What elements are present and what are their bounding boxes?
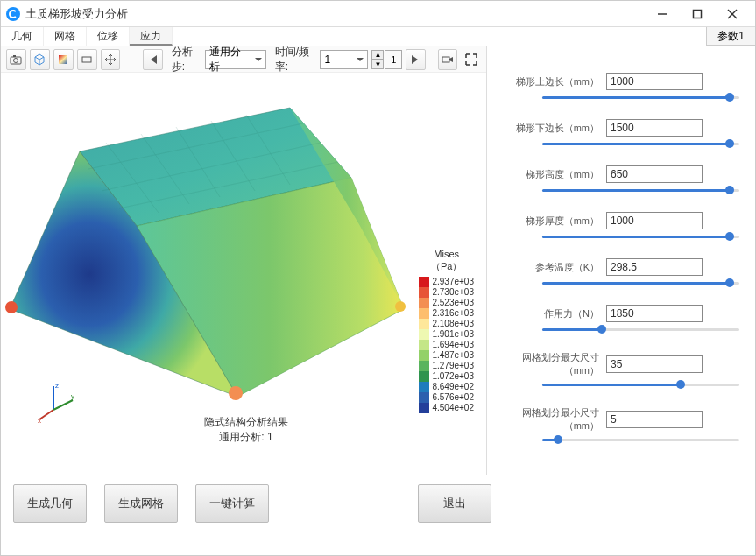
param-input[interactable] — [606, 73, 703, 90]
param-input[interactable] — [606, 411, 703, 428]
time-freq-combo[interactable]: 1 — [320, 50, 368, 69]
compute-button[interactable]: 一键计算 — [195, 484, 269, 523]
param-label: 梯形上边长（mm） — [503, 75, 599, 88]
rectangle-icon[interactable] — [77, 49, 97, 70]
param-input[interactable] — [606, 165, 703, 183]
record-icon[interactable] — [438, 49, 458, 70]
param-label: 作用力（N） — [503, 307, 599, 320]
param-input[interactable] — [606, 305, 703, 322]
param-slider[interactable] — [542, 278, 739, 287]
analysis-step-label: 分析步: — [172, 45, 201, 74]
tab-应力[interactable]: 应力 — [130, 27, 173, 46]
param-slider[interactable] — [542, 435, 739, 444]
param-0: 梯形上边长（mm） — [503, 73, 739, 102]
param-input[interactable] — [606, 212, 703, 229]
param-label: 梯形厚度（mm） — [503, 215, 599, 228]
param-input[interactable] — [606, 119, 703, 137]
title-bar: 土质梯形坡受力分析 — [1, 1, 755, 27]
minimize-button[interactable] — [645, 2, 680, 26]
legend-value: 8.649e+02 — [432, 382, 474, 392]
param-input[interactable] — [606, 355, 703, 373]
tab-bar: 几何网格位移应力 参数1 — [1, 27, 755, 46]
param-slider[interactable] — [542, 325, 739, 334]
stepper-value: 1 — [385, 50, 402, 69]
cube-view-icon[interactable] — [30, 49, 50, 70]
param-input[interactable] — [606, 258, 703, 276]
svg-rect-6 — [13, 55, 16, 57]
frame-stepper[interactable]: ▲ ▼ 1 — [371, 50, 402, 69]
svg-line-29 — [39, 410, 53, 419]
param-7: 网格划分最小尺寸（mm） — [503, 406, 739, 444]
param-slider[interactable] — [542, 380, 739, 389]
svg-line-27 — [53, 400, 73, 410]
legend-value: 2.523e+03 — [432, 298, 474, 308]
param-6: 网格划分最大尺寸（mm） — [503, 351, 739, 389]
time-freq-label: 时间/频率: — [275, 45, 317, 74]
legend-value: 1.901e+03 — [432, 329, 474, 340]
param-label: 参考温度（K） — [503, 261, 599, 274]
param-label: 网格划分最小尺寸（mm） — [503, 406, 599, 433]
svg-rect-7 — [59, 55, 67, 64]
param-5: 作用力（N） — [503, 305, 739, 334]
app-icon — [6, 7, 20, 21]
param-label: 梯形高度（mm） — [503, 168, 599, 181]
play-last-icon[interactable] — [406, 49, 426, 70]
tab-位移[interactable]: 位移 — [87, 27, 130, 46]
svg-point-14 — [5, 301, 18, 313]
exit-button[interactable]: 退出 — [418, 484, 491, 523]
svg-point-5 — [14, 58, 18, 62]
svg-point-15 — [229, 386, 243, 400]
param-3: 梯形厚度（mm） — [503, 212, 739, 241]
close-button[interactable] — [715, 2, 750, 26]
legend-value: 1.279e+03 — [432, 361, 474, 371]
generate-mesh-button[interactable]: 生成网格 — [104, 484, 178, 523]
svg-rect-9 — [442, 57, 449, 62]
colormap-icon[interactable] — [53, 49, 74, 70]
svg-text:z: z — [55, 382, 59, 390]
axes-gizmo: z y x — [36, 379, 80, 423]
3d-viewport[interactable]: z y x Mises （Pa） 2.937e+032.730e+032.523… — [1, 73, 486, 475]
svg-text:x: x — [38, 417, 41, 423]
svg-rect-1 — [694, 10, 702, 18]
stepper-down[interactable]: ▼ — [371, 60, 384, 69]
param-slider[interactable] — [542, 93, 739, 102]
legend-value: 1.072e+03 — [432, 371, 474, 382]
tab-网格[interactable]: 网格 — [44, 27, 87, 46]
expand-icon[interactable] — [461, 49, 481, 70]
param-slider[interactable] — [542, 139, 739, 148]
svg-text:y: y — [71, 392, 74, 400]
action-bar: 生成几何 生成网格 一键计算 退出 — [1, 475, 755, 531]
stepper-up[interactable]: ▲ — [371, 50, 384, 60]
legend-value: 1.694e+03 — [432, 340, 474, 350]
legend-value: 2.730e+03 — [432, 287, 474, 298]
play-first-icon[interactable] — [143, 49, 163, 70]
param-1: 梯形下边长（mm） — [503, 119, 739, 148]
generate-geometry-button[interactable]: 生成几何 — [13, 484, 87, 523]
legend-value: 2.108e+03 — [432, 319, 474, 329]
legend-value: 2.937e+03 — [432, 277, 474, 287]
maximize-button[interactable] — [680, 2, 715, 26]
tab-几何[interactable]: 几何 — [1, 27, 44, 46]
result-caption: 隐式结构分析结果 通用分析: 1 — [194, 415, 299, 445]
param-2: 梯形高度（mm） — [503, 165, 739, 194]
viewer-toolbar: 分析步: 通用分析 时间/频率: 1 ▲ ▼ 1 — [1, 46, 486, 73]
analysis-step-combo[interactable]: 通用分析 — [205, 50, 266, 69]
window-title: 土质梯形坡受力分析 — [25, 6, 645, 22]
legend-title-1: Mises — [419, 248, 474, 260]
move-icon[interactable] — [101, 49, 121, 70]
camera-icon[interactable] — [6, 49, 26, 70]
param-4: 参考温度（K） — [503, 258, 739, 287]
legend-title-2: （Pa） — [419, 260, 474, 272]
svg-rect-8 — [82, 57, 91, 62]
param-slider[interactable] — [542, 232, 739, 241]
right-panel-tab[interactable]: 参数1 — [706, 27, 755, 46]
legend-value: 6.576e+02 — [432, 392, 474, 403]
color-legend: Mises （Pa） 2.937e+032.730e+032.523e+032.… — [419, 248, 474, 413]
legend-value: 2.316e+03 — [432, 308, 474, 319]
param-slider[interactable] — [542, 186, 739, 194]
parameters-panel: 梯形上边长（mm）梯形下边长（mm）梯形高度（mm）梯形厚度（mm）参考温度（K… — [487, 46, 755, 475]
legend-value: 1.487e+03 — [432, 350, 474, 361]
param-label: 梯形下边长（mm） — [503, 122, 599, 135]
svg-point-16 — [395, 301, 406, 312]
param-label: 网格划分最大尺寸（mm） — [503, 351, 599, 377]
